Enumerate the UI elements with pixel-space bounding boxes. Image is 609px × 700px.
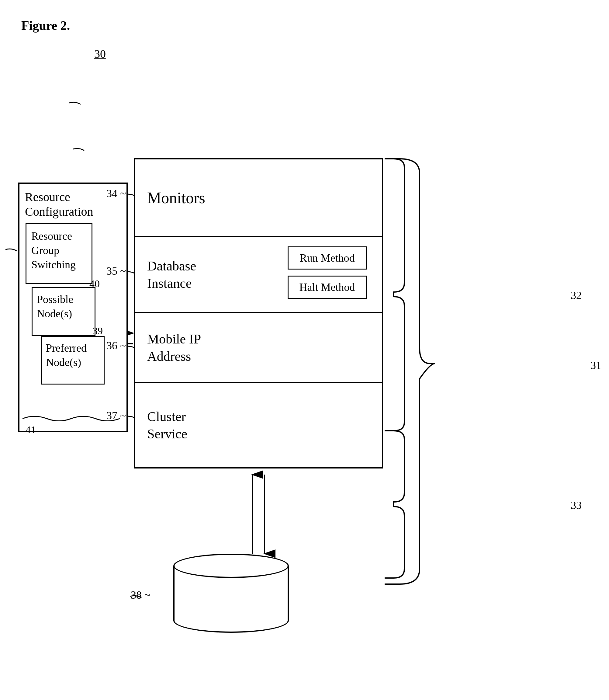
label-39: 39 <box>92 325 103 337</box>
label-37: 37 ~ <box>106 409 126 422</box>
label-33: 33 <box>571 499 581 512</box>
label-30: 30 <box>94 47 106 61</box>
label-32: 32 <box>571 289 581 302</box>
monitors-box: Monitors <box>134 158 383 237</box>
run-method-box: Run Method <box>288 246 367 270</box>
mobile-ip-label: Mobile IPAddress <box>147 330 201 365</box>
mobile-ip-box: Mobile IPAddress <box>134 313 383 383</box>
label-41: 41 <box>25 424 36 436</box>
rgs-box: Resource Group Switching <box>25 223 92 284</box>
possible-nodes-box: Possible Node(s) <box>32 287 95 336</box>
main-stack: Monitors DatabaseInstance Run Method Hal… <box>134 158 383 468</box>
figure-title: Figure 2. <box>21 18 70 33</box>
halt-method-box: Halt Method <box>288 276 367 299</box>
shared-database-area <box>173 554 289 633</box>
cluster-service-label: ClusterService <box>147 408 187 443</box>
db-instance-label: DatabaseInstance <box>147 257 196 292</box>
monitors-label: Monitors <box>147 189 205 207</box>
label-31: 31 <box>590 359 602 372</box>
label-38: 38 ~ <box>131 588 150 601</box>
label-34: 34 ~ <box>106 187 126 200</box>
method-boxes: Run Method Halt Method <box>288 246 367 299</box>
label-36: 36 ~ <box>106 339 126 352</box>
resource-config-box: Resource Configuration Resource Group Sw… <box>18 183 128 432</box>
cluster-service-box: ClusterService <box>134 383 383 468</box>
cylinder-top <box>173 554 289 578</box>
preferred-nodes-box: Preferred Node(s) <box>41 336 105 385</box>
db-instance-box: DatabaseInstance Run Method Halt Method <box>134 237 383 313</box>
label-35: 35 ~ <box>106 265 126 277</box>
